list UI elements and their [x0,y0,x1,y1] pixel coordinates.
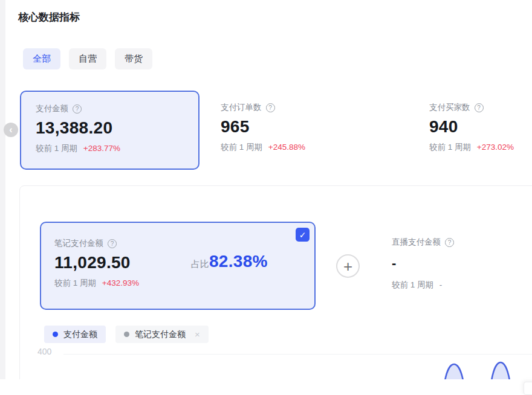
metric-label: 支付买家数 [429,102,470,113]
legend-dot-icon [53,332,58,337]
metric-value: 13,388.20 [36,118,184,138]
add-metric-button[interactable]: + [336,254,360,278]
ratio-block: 占比 82.38% [191,252,268,271]
metric-card-live-payment-amount[interactable]: 直播支付金额 ? - 较前 1 周期 - [392,237,525,291]
question-circle-icon[interactable]: ? [475,103,484,112]
compare-label: 较前 1 周期 [54,278,96,287]
question-circle-icon[interactable]: ? [266,103,275,112]
checkbox-checked[interactable]: ✓ [296,228,310,242]
metric-card-payment-buyers[interactable]: 支付买家数 ? 940 较前 1 周期 +273.02% [415,91,532,170]
metric-compare: 较前 1 周期 +245.88% [221,142,361,153]
carousel-prev-button[interactable]: ‹ [4,123,18,137]
metric-card-payment-amount[interactable]: 支付金额 ? 13,388.20 较前 1 周期 +283.77% [20,91,199,170]
close-icon[interactable]: × [195,329,200,339]
metric-compare: 较前 1 周期 +273.02% [429,142,532,153]
compare-label: 较前 1 周期 [221,143,262,152]
page-left-gutter [0,0,5,395]
tab-affiliate[interactable]: 带货 [115,48,152,69]
tab-self-operated[interactable]: 自营 [69,48,106,69]
metric-label-row: 直播支付金额 ? [392,237,525,248]
change-value: +273.02% [477,143,514,152]
ratio-label: 占比 [191,259,209,270]
legend-chip-note-payment-amount[interactable]: 笔记支付金额 × [115,326,209,343]
gridline-400 [63,354,532,355]
question-circle-icon[interactable]: ? [445,238,454,247]
metric-label-row: 笔记支付金额 ? [54,238,301,249]
metric-label: 笔记支付金额 [54,238,103,249]
question-circle-icon[interactable]: ? [108,239,117,248]
metric-value: - [392,255,525,271]
line-chart-partial [423,356,526,381]
metric-label-row: 支付买家数 ? [429,102,532,113]
legend-dot-icon [124,332,129,337]
legend-label: 支付金额 [63,329,97,340]
metric-label: 支付金额 [36,103,68,114]
plus-icon: + [343,259,352,274]
question-circle-icon[interactable]: ? [73,104,82,114]
y-axis-tick-400: 400 [37,347,51,356]
ratio-value: 82.38% [209,252,268,271]
chart-legend: 支付金额 笔记支付金额 × [44,326,209,343]
metric-compare: 较前 1 周期 +432.93% [54,278,301,289]
page-title: 核心数据指标 [18,10,80,24]
change-value: +432.93% [102,278,139,287]
change-value: +245.88% [268,143,305,152]
compare-label: 较前 1 周期 [392,280,433,289]
metric-card-payment-orders[interactable]: 支付订单数 ? 965 较前 1 周期 +245.88% [206,91,375,170]
check-icon: ✓ [299,230,307,240]
compare-label: 较前 1 周期 [429,143,471,152]
change-value: +283.77% [83,144,120,153]
chevron-left-icon: ‹ [9,124,12,135]
metric-label-row: 支付订单数 ? [221,102,361,113]
scope-tabs: 全部 自营 带货 [23,48,152,69]
metric-label-row: 支付金额 ? [36,103,184,114]
metric-card-note-payment-amount[interactable]: ✓ 笔记支付金额 ? 11,029.50 占比 82.38% 较前 1 周期 +… [40,222,316,310]
tab-all[interactable]: 全部 [23,48,60,69]
legend-chip-payment-amount[interactable]: 支付金额 [44,326,106,343]
metric-label: 直播支付金额 [392,237,441,248]
metric-compare: 较前 1 周期 +283.77% [36,143,184,154]
compare-label: 较前 1 周期 [36,144,77,153]
metric-compare: 较前 1 周期 - [392,280,525,291]
metric-value: 965 [221,117,361,136]
bottom-right-floating-widget [524,382,532,395]
metric-value: 940 [429,117,532,136]
metric-label: 支付订单数 [221,102,262,113]
change-value: - [440,280,443,289]
legend-label: 笔记支付金额 [135,329,186,340]
viewport-bottom-edge [0,379,532,395]
